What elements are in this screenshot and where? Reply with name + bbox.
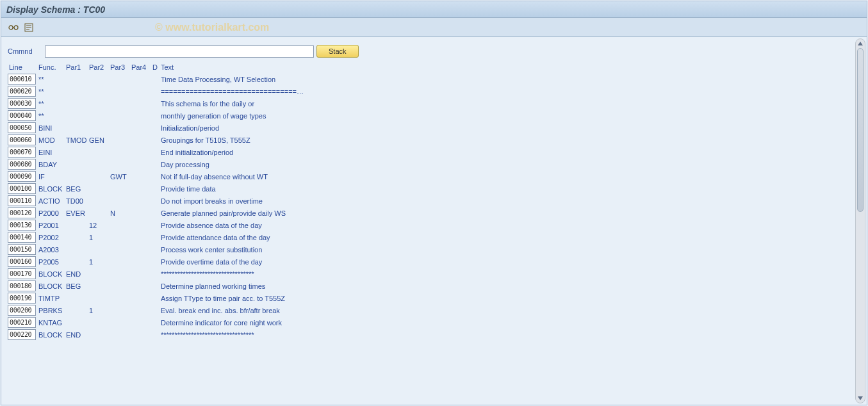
- col-par4: Par4: [130, 61, 151, 73]
- line-number-input[interactable]: [8, 159, 36, 170]
- svg-point-0: [9, 26, 13, 29]
- command-input[interactable]: [45, 45, 314, 58]
- cell-func: P2000: [37, 209, 65, 217]
- cell-func: BLOCK: [37, 331, 65, 339]
- table-row-line: [8, 231, 37, 243]
- scroll-thumb[interactable]: [857, 48, 864, 212]
- cell-text: Provide overtime data of the day: [160, 258, 848, 266]
- cell-par2: 1: [88, 307, 109, 314]
- table-row-line: [8, 195, 37, 207]
- col-d: D: [151, 61, 160, 73]
- content-area: Cmmnd Stack Line Func. Par1 Par2 Par3 Pa…: [1, 38, 854, 405]
- cell-func: **: [37, 112, 65, 120]
- cell-text: Generate planned pair/provide daily WS: [160, 209, 848, 217]
- titlebar: Display Schema : TC00: [1, 1, 867, 18]
- line-number-input[interactable]: [8, 244, 36, 255]
- cell-func: BLOCK: [37, 282, 65, 290]
- col-par1: Par1: [65, 61, 88, 73]
- cell-func: **: [37, 88, 65, 95]
- line-number-input[interactable]: [8, 280, 36, 291]
- scroll-up-icon[interactable]: [858, 42, 863, 45]
- glasses-icon[interactable]: [8, 22, 19, 33]
- cell-func: A2003: [37, 246, 65, 254]
- cell-func: **: [37, 76, 65, 83]
- scroll-down-icon[interactable]: [858, 396, 863, 400]
- line-number-input[interactable]: [8, 110, 36, 121]
- cell-par2: 12: [88, 222, 109, 229]
- table-row-line: [8, 73, 37, 85]
- cell-text: Provide attendance data of the day: [160, 234, 848, 241]
- line-number-input[interactable]: [8, 305, 36, 316]
- cell-func: P2001: [37, 222, 65, 229]
- cell-text: Assign TType to time pair acc. to T555Z: [160, 295, 848, 302]
- cell-text: Initialization/period: [160, 124, 848, 132]
- line-number-input[interactable]: [8, 122, 36, 133]
- line-number-input[interactable]: [8, 256, 36, 267]
- cell-func: **: [37, 100, 65, 108]
- vertical-scrollbar[interactable]: [855, 38, 865, 403]
- table-row-line: [8, 268, 37, 280]
- line-number-input[interactable]: [8, 195, 36, 206]
- cell-par3: GWT: [109, 173, 130, 181]
- cell-func: ACTIO: [37, 197, 65, 205]
- schema-grid: Line Func. Par1 Par2 Par3 Par4 D Text **…: [8, 61, 848, 341]
- table-row-line: [8, 292, 37, 304]
- cell-par1: BEG: [65, 185, 88, 193]
- cell-text: Day processing: [160, 161, 848, 168]
- cell-text: **********************************: [160, 270, 848, 278]
- line-number-input[interactable]: [8, 134, 36, 145]
- line-number-input[interactable]: [8, 86, 36, 97]
- col-func: Func.: [37, 61, 65, 73]
- cell-func: TIMTP: [37, 295, 65, 302]
- svg-point-1: [14, 26, 18, 29]
- cell-par1: END: [65, 270, 88, 278]
- cell-text: Do not import breaks in overtime: [160, 197, 848, 205]
- cell-text: Determine planned working times: [160, 282, 848, 290]
- cell-func: P2002: [37, 234, 65, 241]
- cell-text: Time Data Processing, WT Selection: [160, 76, 848, 83]
- line-number-input[interactable]: [8, 74, 36, 85]
- stack-button[interactable]: Stack: [316, 45, 359, 58]
- line-number-input[interactable]: [8, 317, 36, 328]
- cell-par1: BEG: [65, 282, 88, 290]
- command-row: Cmmnd Stack: [8, 45, 848, 58]
- line-number-input[interactable]: [8, 171, 36, 182]
- cell-text: Eval. break end inc. abs. bfr/aftr break: [160, 307, 848, 314]
- table-row-line: [8, 280, 37, 292]
- cell-text: monthly generation of wage types: [160, 112, 848, 120]
- col-line: Line: [8, 61, 37, 73]
- line-number-input[interactable]: [8, 329, 36, 340]
- cell-func: BDAY: [37, 161, 65, 168]
- cell-func: KNTAG: [37, 319, 65, 327]
- cell-par1: TMOD: [65, 136, 88, 144]
- line-number-input[interactable]: [8, 207, 36, 218]
- table-row-line: [8, 243, 37, 256]
- cell-text: =================================…: [160, 88, 848, 95]
- cell-par2: GEN: [88, 136, 109, 144]
- cell-func: BLOCK: [37, 270, 65, 278]
- cell-func: BINI: [37, 124, 65, 132]
- line-number-input[interactable]: [8, 183, 36, 194]
- line-number-input[interactable]: [8, 220, 36, 231]
- window-title: Display Schema : TC00: [6, 4, 105, 15]
- line-number-input[interactable]: [8, 98, 36, 109]
- table-row-line: [8, 219, 37, 231]
- line-number-input[interactable]: [8, 268, 36, 279]
- cell-func: EINI: [37, 149, 65, 156]
- table-row-line: [8, 256, 37, 268]
- cell-par1: EVER: [65, 209, 88, 217]
- cell-func: MOD: [37, 136, 65, 144]
- table-row-line: [8, 304, 37, 316]
- detail-icon[interactable]: [23, 22, 35, 33]
- cell-text: This schema is for the daily or: [160, 100, 848, 108]
- table-row-line: [8, 134, 37, 146]
- cell-par3: N: [109, 209, 130, 217]
- cell-par2: 1: [88, 258, 109, 266]
- cell-func: P2005: [37, 258, 65, 266]
- line-number-input[interactable]: [8, 293, 36, 304]
- command-label: Cmmnd: [8, 47, 42, 55]
- line-number-input[interactable]: [8, 232, 36, 243]
- cell-text: Not if full-day absence without WT: [160, 173, 848, 181]
- col-par2: Par2: [88, 61, 109, 73]
- line-number-input[interactable]: [8, 147, 36, 158]
